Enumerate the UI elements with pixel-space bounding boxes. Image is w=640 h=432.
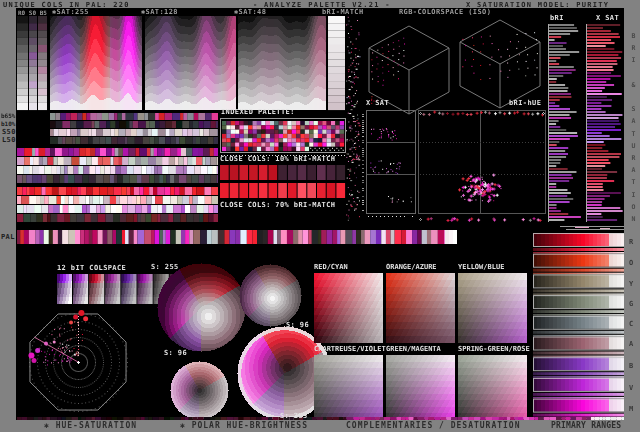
primary-range-letter: A: [629, 340, 633, 348]
bri-saturation-vertical-label: B R I & S A T U R A T I O N: [628, 30, 639, 225]
rgb-colorspace-title: RGB-COLORSPACE (ISO): [399, 8, 491, 16]
hue-brightness-panel-sat48: [238, 16, 326, 110]
colspace-12bit-title: 12 bIT COLSPACE: [57, 264, 126, 272]
strip-label-s50: S50: [2, 128, 16, 136]
complementary-title: ORANGE/AZURE: [386, 263, 437, 271]
polar-s96-label-b: S: 96: [164, 349, 187, 357]
primary-range-letter: O: [629, 259, 633, 267]
complementary-title: GREEN/MAGENTA: [386, 345, 441, 353]
indexed-palette-title: INDEXED PALETTE:: [221, 108, 295, 116]
sat-bars-label: X SAT: [596, 14, 619, 22]
primary-range-letter: G: [629, 300, 633, 308]
palette-strip: [17, 230, 457, 244]
strip-label-l50: L50: [2, 136, 16, 144]
hue-brightness-panel-sat128: [145, 16, 236, 110]
complementary-panel-orange-azure: ORANGE/AZURE: [386, 273, 455, 343]
complementary-title: YELLOW/BLUE: [458, 263, 504, 271]
complementary-panel-yellow-blue: YELLOW/BLUE: [458, 273, 527, 343]
left-sidebar: [0, 8, 16, 420]
sat-scatter-panel: [362, 108, 416, 222]
primary-ranges-panel: [533, 224, 625, 420]
bri-match-strip: [328, 16, 345, 110]
polar-circle-s96-a: [239, 264, 301, 326]
bri-match-label: bRI-MATCH: [322, 8, 364, 16]
complementary-panel-green-magenta: GREEN/MAGENTA: [386, 355, 455, 419]
polar-s255-label-a: S: 255: [151, 263, 179, 271]
complementary-panel-spring-green-rose: SPRING-GREEN/ROSE: [458, 355, 527, 419]
primary-range-letter: R: [629, 238, 633, 246]
polar-s255-label-b: S: 255: [280, 412, 308, 420]
bri-hue-scatter-label: bRI-hUE: [509, 99, 541, 107]
primary-range-letter: B: [629, 362, 633, 370]
hue-saturation-radar: [16, 306, 148, 418]
hue-brightness-panel-sat255: [50, 16, 142, 110]
complementary-title: RED/CYAN: [314, 263, 348, 271]
pal-strip-label: PAL: [1, 233, 15, 241]
analyze-palette-app: UNIQUE COLS IN PAL: 220 - ANALYZE PALETT…: [0, 0, 640, 432]
sat-scatter-label: X SAT: [366, 99, 389, 107]
footer-complementaries: COMPLEMENTARIES / DESATURATION: [346, 422, 521, 430]
footer-hue-saturation: ✱ HUE-SATURATION: [44, 422, 137, 430]
indexed-palette-grid: [220, 118, 346, 155]
close-cols-70-label: CLOSE COLS: 70% bRI-MATCH: [220, 201, 335, 209]
strip-label-b65: b65%: [1, 112, 15, 120]
primary-range-letter: C: [629, 320, 633, 328]
bri-hue-scatter-panel: [418, 108, 546, 224]
footer-primary-ranges: PRIMARY RANGES: [551, 422, 621, 430]
bri-bars-label: bRI: [550, 14, 564, 22]
strip-label-b10: b10%: [1, 120, 15, 128]
sat-128-label: ✱SAT:128: [141, 8, 178, 16]
primary-range-letter: V: [629, 384, 633, 392]
polar-circle-s96-b: [170, 361, 228, 419]
polar-circle-s255-b: [237, 326, 331, 420]
primary-range-letter: M: [629, 405, 633, 413]
sat-255-label: ✱SAT:255: [52, 8, 89, 16]
close-cols-swatches: [220, 165, 346, 200]
primary-range-letter: Y: [629, 280, 633, 288]
complementary-title: SPRING-GREEN/ROSE: [458, 345, 530, 353]
sat-48-label: ✱SAT:48: [234, 8, 266, 16]
polar-s96-label-a: S: 96: [286, 321, 309, 329]
polar-circle-s255-a: [157, 263, 245, 351]
bri-saturation-bars-panel: [548, 24, 624, 224]
footer-polar-hue-brightness: ✱ POLAR HUE-BRIGHTNESS: [180, 422, 308, 430]
close-cols-10-label: CLOSE COLS: 10% bRI-MATCH: [220, 155, 335, 163]
rgb-offsets-label: R0 S0 B5: [18, 9, 47, 17]
